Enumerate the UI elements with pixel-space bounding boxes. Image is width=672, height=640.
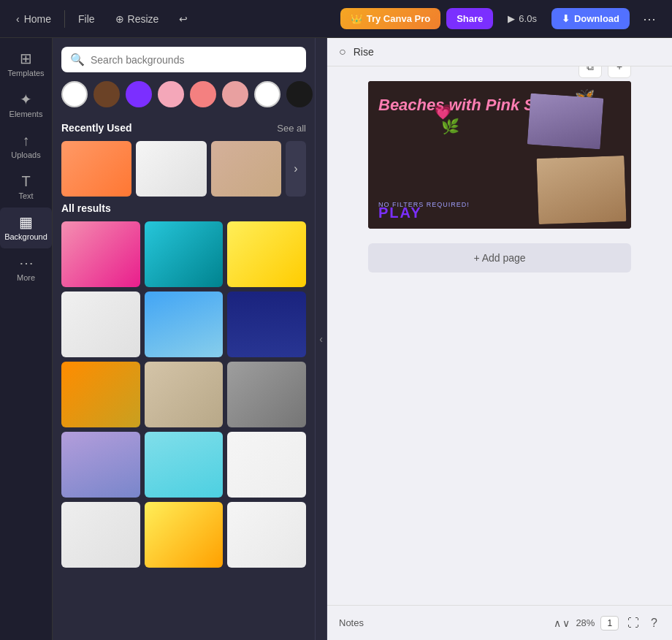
canva-pro-button[interactable]: 👑 Try Canva Pro: [340, 8, 440, 29]
sidebar-item-uploads[interactable]: ↑ Uploads: [0, 126, 52, 167]
sidebar-item-text[interactable]: T Text: [0, 167, 52, 207]
sidebar-item-label: More: [17, 273, 35, 282]
canvas-controls: ⧉ +: [579, 66, 631, 78]
result-thumb-11[interactable]: [145, 432, 224, 498]
file-button[interactable]: File: [71, 9, 102, 29]
sidebar-item-label: Text: [18, 191, 33, 200]
download-button[interactable]: ⬇ Download: [551, 8, 630, 29]
share-label: Share: [457, 13, 483, 24]
canvas-title-icon: ○: [339, 45, 346, 58]
fullscreen-button[interactable]: ⛶: [625, 614, 642, 633]
resize-icon: ⊕: [115, 13, 124, 25]
design-photo-secondary: [527, 94, 604, 150]
navigation-chevrons[interactable]: ∧ ∨: [554, 617, 570, 629]
duplicate-page-button[interactable]: ⧉: [579, 66, 602, 78]
recently-used-row: ›: [61, 141, 306, 197]
sidebar-item-templates[interactable]: ⊞ Templates: [0, 44, 52, 85]
uploads-icon: ↑: [23, 133, 30, 148]
result-thumb-10[interactable]: [61, 432, 140, 498]
result-thumb-6[interactable]: [227, 292, 306, 357]
templates-icon: ⊞: [20, 51, 32, 66]
swatch-white[interactable]: [254, 81, 280, 107]
sidebar-item-more[interactable]: ⋯ More: [0, 248, 52, 289]
home-label: Home: [24, 13, 51, 25]
search-input[interactable]: [91, 54, 297, 66]
canvas-title: Rise: [354, 46, 374, 58]
undo-button[interactable]: ↩: [172, 9, 195, 29]
sidebar-item-label: Templates: [7, 69, 44, 77]
background-icon: ▦: [19, 215, 33, 229]
result-thumb-4[interactable]: [61, 292, 140, 357]
share-button[interactable]: Share: [446, 8, 493, 29]
all-results-section-header: All results: [61, 202, 306, 214]
add-page-button[interactable]: + Add page: [368, 243, 631, 273]
search-input-wrap: 🔍: [61, 47, 306, 72]
swatch-brown[interactable]: [93, 81, 120, 107]
text-icon: T: [21, 174, 30, 188]
elements-icon: ✦: [20, 92, 32, 107]
chevron-up-icon: ∧: [554, 617, 561, 629]
canvas-title-bar: ○ Rise: [327, 38, 672, 66]
recent-thumb-1[interactable]: [61, 141, 131, 197]
recent-thumb-2[interactable]: [136, 141, 206, 197]
swatch-pattern[interactable]: ◈: [61, 81, 88, 107]
design-background: Beaches with Pink Sand NO FILTERS REQUIR…: [368, 81, 631, 229]
swatch-black[interactable]: [286, 81, 313, 107]
result-thumb-14[interactable]: [145, 502, 224, 568]
swatch-pink-light[interactable]: [158, 81, 184, 107]
duration-button[interactable]: ▶ 6.0s: [499, 8, 546, 29]
leaf-icon: 🌿: [441, 118, 459, 135]
result-thumb-3[interactable]: [227, 221, 306, 287]
help-button[interactable]: ?: [648, 614, 660, 633]
result-thumb-2[interactable]: [145, 221, 224, 287]
recent-thumb-3[interactable]: [211, 141, 281, 197]
resize-label: Resize: [128, 13, 159, 25]
canvas-frame[interactable]: Beaches with Pink Sand NO FILTERS REQUIR…: [368, 81, 631, 229]
home-button[interactable]: ‹ Home: [9, 9, 58, 29]
panel-scroll: Recently Used See all › All results: [53, 116, 315, 640]
topbar: ‹ Home File ⊕ Resize ↩ 👑 Try Canva Pro S…: [0, 0, 672, 38]
canvas-area: ○ Rise ⧉ + Beaches with Pink Sand NO FIL…: [327, 38, 672, 640]
see-all-link[interactable]: See all: [277, 123, 306, 134]
collapse-icon: ‹: [319, 333, 323, 345]
swatch-salmon[interactable]: [190, 81, 216, 107]
search-icon: 🔍: [70, 53, 85, 66]
design-photo-main: [536, 156, 626, 224]
result-thumb-9[interactable]: [227, 362, 306, 427]
more-options-button[interactable]: ⋯: [635, 6, 663, 32]
file-label: File: [78, 13, 95, 25]
swatch-purple[interactable]: [126, 81, 152, 107]
background-panel: 🔍 ◈ › Recently Used See all: [53, 38, 316, 640]
swatch-pink-pale[interactable]: [222, 81, 248, 107]
sidebar-item-elements[interactable]: ✦ Elements: [0, 85, 52, 126]
recently-used-section-header: Recently Used See all: [61, 122, 306, 134]
result-thumb-15[interactable]: [227, 502, 306, 568]
topbar-separator: [64, 10, 65, 28]
panel-collapse-handle[interactable]: ‹: [316, 38, 327, 640]
notes-label[interactable]: Notes: [339, 617, 545, 628]
main-area: ⊞ Templates ✦ Elements ↑ Uploads T Text …: [0, 38, 672, 640]
result-thumb-13[interactable]: [61, 502, 140, 568]
result-thumb-1[interactable]: [61, 221, 140, 287]
sidebar: ⊞ Templates ✦ Elements ↑ Uploads T Text …: [0, 38, 53, 640]
result-thumb-8[interactable]: [145, 362, 224, 427]
all-results-grid: [61, 221, 306, 568]
result-thumb-5[interactable]: [145, 292, 224, 357]
sidebar-item-label: Background: [4, 232, 47, 241]
result-thumb-12[interactable]: [227, 432, 306, 498]
download-label: Download: [574, 13, 619, 24]
all-results-title: All results: [61, 202, 111, 214]
sidebar-item-label: Elements: [9, 110, 43, 118]
recently-used-title: Recently Used: [61, 122, 131, 134]
sidebar-item-background[interactable]: ▦ Background: [0, 207, 52, 248]
recent-thumb-more-button[interactable]: ›: [286, 141, 306, 197]
chevron-down-icon: ∨: [562, 617, 570, 629]
resize-button[interactable]: ⊕ Resize: [108, 9, 167, 29]
topbar-right: 👑 Try Canva Pro Share ▶ 6.0s ⬇ Download …: [340, 6, 663, 32]
page-number[interactable]: 1: [600, 616, 619, 631]
result-thumb-7[interactable]: [61, 362, 140, 427]
zoom-label: 28%: [576, 617, 595, 628]
add-element-button[interactable]: +: [608, 66, 631, 78]
topbar-left: ‹ Home File ⊕ Resize ↩: [9, 9, 335, 29]
canvas-bottom-bar: Notes ∧ ∨ 28% 1 ⛶ ?: [327, 605, 672, 640]
